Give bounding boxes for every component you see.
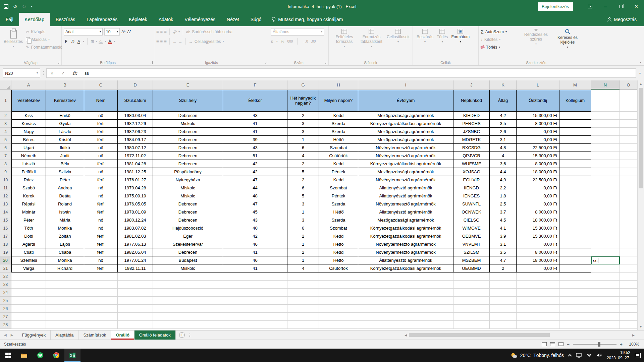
cell-b7[interactable]: Judit: [46, 152, 84, 160]
action-center-icon[interactable]: [635, 353, 641, 358]
zoom-slider-handle[interactable]: [598, 342, 600, 347]
merge-cells-button[interactable]: Cellaegyesítés: [195, 39, 221, 44]
column-header-m[interactable]: M: [559, 80, 591, 89]
cell-n10[interactable]: [591, 176, 620, 184]
cell-f10[interactable]: 47: [223, 176, 287, 184]
tab-kepletek[interactable]: Képletek: [123, 13, 153, 26]
cell-l11[interactable]: 0,00 Ft: [517, 184, 559, 192]
cell-c23[interactable]: [84, 281, 118, 289]
cell-g14[interactable]: 1: [287, 208, 319, 216]
column-header-n[interactable]: N: [591, 80, 620, 89]
tab-fajl[interactable]: Fájl: [0, 13, 19, 26]
cell-f9[interactable]: 42: [223, 168, 287, 176]
cell-g28[interactable]: [287, 321, 319, 329]
cell-m11[interactable]: [559, 184, 591, 192]
cell-l3[interactable]: 8 000,00 Ft: [517, 120, 559, 128]
vertical-scrollbar-thumb[interactable]: [639, 88, 643, 188]
grow-font-button[interactable]: A▴: [121, 29, 125, 34]
header-cell-kollegium[interactable]: Kollégium: [559, 90, 591, 112]
cell-h21[interactable]: Csütörtök: [319, 264, 358, 273]
cell-g10[interactable]: 2: [287, 176, 319, 184]
cell-m15[interactable]: [559, 216, 591, 224]
cell-l24[interactable]: [517, 289, 559, 297]
cell-f24[interactable]: [223, 289, 287, 297]
cell-l22[interactable]: [517, 273, 559, 281]
cell-d4[interactable]: 1982.06.23: [118, 128, 153, 136]
cell-b4[interactable]: László: [46, 128, 84, 136]
cell-e8[interactable]: Debrecen: [153, 160, 223, 168]
cell-e10[interactable]: Nyíregyháza: [153, 176, 223, 184]
cell-c25[interactable]: [84, 297, 118, 305]
align-left-icon[interactable]: ≡: [156, 39, 159, 44]
cell-n6[interactable]: [591, 144, 620, 152]
cell-n7[interactable]: [591, 152, 620, 160]
cell-g8[interactable]: 2: [287, 160, 319, 168]
copy-button[interactable]: Másolás▾: [26, 36, 62, 43]
cell-b23[interactable]: [46, 281, 84, 289]
cell-d11[interactable]: 1979.04.28: [118, 184, 153, 192]
collapse-ribbon-icon[interactable]: ▴: [640, 61, 641, 64]
cell-a2[interactable]: Kiss: [11, 112, 46, 120]
tray-expand-icon[interactable]: [568, 354, 572, 358]
formula-input[interactable]: ss: [81, 68, 636, 78]
column-header-k[interactable]: K: [490, 80, 517, 89]
cell-b10[interactable]: Péter: [46, 176, 84, 184]
cell-n28[interactable]: [591, 321, 620, 329]
cell-m13[interactable]: [559, 200, 591, 208]
column-header-b[interactable]: B: [46, 80, 84, 89]
cell-a17[interactable]: Dobi: [11, 232, 46, 240]
spotify-button[interactable]: [32, 349, 48, 362]
cell-k26[interactable]: [490, 305, 517, 313]
cell-k19[interactable]: 3,5: [490, 248, 517, 256]
cell-b21[interactable]: Richard: [46, 264, 84, 273]
cell-k2[interactable]: 4,2: [490, 112, 517, 120]
cell-d22[interactable]: [118, 273, 153, 281]
cell-l5[interactable]: 0,00 Ft: [517, 136, 559, 144]
cell-j27[interactable]: [453, 313, 490, 321]
cell-c20[interactable]: nő: [84, 256, 118, 264]
page-break-view-icon[interactable]: [558, 342, 564, 346]
cell-b15[interactable]: Mária: [46, 216, 84, 224]
cell-i21[interactable]: Környezetgazdálkodási agrármérnök: [358, 264, 453, 273]
file-explorer-button[interactable]: [16, 349, 32, 362]
cell-i15[interactable]: Mezőgazdasági agrármérnök: [358, 216, 453, 224]
italic-button[interactable]: D: [70, 39, 75, 44]
cell-m16[interactable]: [559, 224, 591, 232]
cell-n11[interactable]: [591, 184, 620, 192]
confirm-entry-icon[interactable]: ✓: [61, 71, 65, 76]
cell-f23[interactable]: [223, 281, 287, 289]
cell-j13[interactable]: SUWNFL: [453, 200, 490, 208]
row-header-17[interactable]: 17: [0, 232, 11, 240]
share-button[interactable]: Megosztás: [607, 13, 644, 26]
cell-i25[interactable]: [358, 297, 453, 305]
cell-m19[interactable]: [559, 248, 591, 256]
column-header-f[interactable]: F: [223, 80, 287, 89]
row-header-25[interactable]: 25: [0, 297, 11, 305]
clipboard-dialog-launcher-icon[interactable]: [57, 61, 60, 64]
cell-e18[interactable]: Székesfehérvár: [153, 240, 223, 248]
cell-d15[interactable]: 1980.12.24: [118, 216, 153, 224]
cell-k10[interactable]: 4,9: [490, 176, 517, 184]
cell-e16[interactable]: Hajdúszoboszló: [153, 224, 223, 232]
cell-b17[interactable]: Zoltán: [46, 232, 84, 240]
cell-c11[interactable]: nő: [84, 184, 118, 192]
conditional-formatting-button[interactable]: Feltételes formázás ▾: [331, 28, 358, 59]
cell-j10[interactable]: EGHVIR: [453, 176, 490, 184]
font-family-select[interactable]: Arial▾: [64, 28, 103, 36]
cell-c18[interactable]: férfi: [84, 240, 118, 248]
insert-function-icon[interactable]: fx: [72, 70, 77, 76]
cell-l27[interactable]: [517, 313, 559, 321]
font-size-select[interactable]: 10▾: [104, 28, 120, 36]
cell-o1[interactable]: [620, 90, 637, 112]
cell-f8[interactable]: 42: [223, 160, 287, 168]
row-header-18[interactable]: 18: [0, 240, 11, 248]
cell-i28[interactable]: [358, 321, 453, 329]
cell-i27[interactable]: [358, 313, 453, 321]
row-header-15[interactable]: 15: [0, 216, 11, 224]
cell-a14[interactable]: Molnár: [11, 208, 46, 216]
save-icon[interactable]: [4, 4, 8, 9]
cell-k3[interactable]: 3,5: [490, 120, 517, 128]
row-header-8[interactable]: 8: [0, 160, 11, 168]
cell-j9[interactable]: XOJSAG: [453, 168, 490, 176]
cell-o23[interactable]: [620, 281, 637, 289]
